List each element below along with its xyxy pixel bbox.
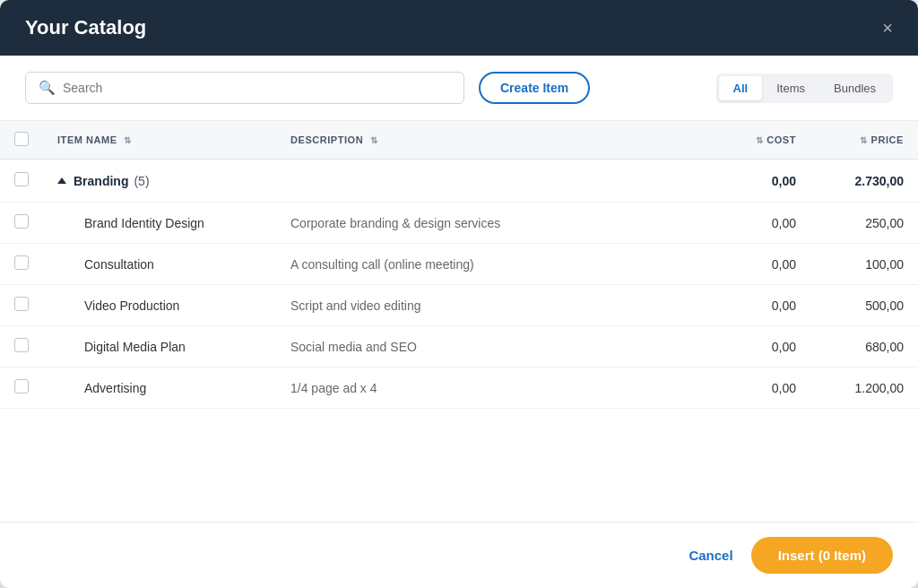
table-row: Advertising 1/4 page ad x 4 0,00 1.200,0…: [0, 368, 918, 409]
item-check-cell: [0, 285, 43, 326]
item-check-cell: [0, 368, 43, 409]
group-count: (5): [134, 174, 149, 188]
item-desc-cell: A consulting call (online meeting): [276, 244, 721, 285]
catalog-modal: Your Catalog × 🔍 Create Item All Items B…: [0, 0, 918, 588]
item-check-cell: [0, 326, 43, 368]
modal-header: Your Catalog ×: [0, 0, 918, 56]
cancel-button[interactable]: Cancel: [688, 548, 732, 563]
insert-button[interactable]: Insert (0 Item): [751, 537, 893, 574]
item-checkbox[interactable]: [14, 255, 29, 270]
item-name-cell: Brand Identity Design: [43, 203, 276, 244]
filter-tab-bundles[interactable]: Bundles: [819, 76, 890, 100]
item-name-cell: Advertising: [43, 368, 276, 409]
group-expand-icon[interactable]: [57, 177, 66, 184]
group-check-cell: [0, 160, 43, 203]
sort-name-icon: ⇅: [124, 135, 132, 145]
item-name-cell: Video Production: [43, 285, 276, 326]
item-desc-cell: Script and video editing: [276, 285, 721, 326]
item-desc-cell: 1/4 page ad x 4: [276, 368, 721, 409]
item-price-cell: 500,00: [810, 285, 918, 326]
search-box: 🔍: [25, 72, 464, 104]
item-cost-cell: 0,00: [721, 285, 810, 326]
item-desc-cell: Corporate branding & design services: [276, 203, 721, 244]
item-price-cell: 250,00: [810, 203, 918, 244]
table-row: Consultation A consulting call (online m…: [0, 244, 918, 285]
table-row: Digital Media Plan Social media and SEO …: [0, 326, 918, 368]
item-checkbox[interactable]: [14, 297, 29, 311]
col-header-cost[interactable]: ⇅ COST: [721, 121, 810, 160]
item-checkbox[interactable]: [14, 214, 29, 229]
filter-tab-items[interactable]: Items: [762, 76, 819, 100]
sort-price-icon: ⇅: [860, 135, 868, 145]
search-input[interactable]: [63, 81, 451, 95]
col-header-description[interactable]: DESCRIPTION ⇅: [276, 121, 721, 160]
sort-desc-icon: ⇅: [370, 135, 378, 145]
filter-tab-all[interactable]: All: [719, 76, 763, 100]
table-header: ITEM NAME ⇅ DESCRIPTION ⇅ ⇅ COST ⇅ PRICE: [0, 121, 918, 160]
filter-tabs: All Items Bundles: [716, 74, 893, 103]
select-all-checkbox[interactable]: [14, 132, 29, 146]
item-price-cell: 680,00: [810, 326, 918, 368]
item-cost-cell: 0,00: [721, 368, 810, 409]
col-header-name[interactable]: ITEM NAME ⇅: [43, 121, 276, 160]
table-container: ITEM NAME ⇅ DESCRIPTION ⇅ ⇅ COST ⇅ PRICE: [0, 121, 918, 522]
item-name-cell: Digital Media Plan: [43, 326, 276, 368]
col-header-check: [0, 121, 43, 160]
group-cost-cell: 0,00: [721, 160, 810, 203]
item-check-cell: [0, 244, 43, 285]
group-price-cell: 2.730,00: [810, 160, 918, 203]
close-button[interactable]: ×: [882, 19, 893, 37]
col-header-price[interactable]: ⇅ PRICE: [810, 121, 918, 160]
item-desc-cell: Social media and SEO: [276, 326, 721, 368]
table-body: Branding (5) 0,00 2.730,00 Brand Identit…: [0, 160, 918, 409]
group-name-cell: Branding (5): [43, 160, 276, 203]
modal-toolbar: 🔍 Create Item All Items Bundles: [0, 56, 918, 121]
group-checkbox[interactable]: [14, 172, 29, 186]
item-checkbox[interactable]: [14, 379, 29, 393]
group-desc-cell: [276, 160, 721, 203]
table-row: Video Production Script and video editin…: [0, 285, 918, 326]
create-item-button[interactable]: Create Item: [479, 72, 590, 104]
modal-footer: Cancel Insert (0 Item): [0, 522, 918, 588]
catalog-table: ITEM NAME ⇅ DESCRIPTION ⇅ ⇅ COST ⇅ PRICE: [0, 121, 918, 409]
item-name-cell: Consultation: [43, 244, 276, 285]
item-cost-cell: 0,00: [721, 244, 810, 285]
item-price-cell: 1.200,00: [810, 368, 918, 409]
group-row: Branding (5) 0,00 2.730,00: [0, 160, 918, 203]
item-price-cell: 100,00: [810, 244, 918, 285]
item-cost-cell: 0,00: [721, 326, 810, 368]
item-check-cell: [0, 203, 43, 244]
item-checkbox[interactable]: [14, 338, 29, 352]
modal-title: Your Catalog: [25, 16, 146, 39]
item-cost-cell: 0,00: [721, 203, 810, 244]
table-row: Brand Identity Design Corporate branding…: [0, 203, 918, 244]
search-icon: 🔍: [39, 80, 56, 96]
sort-cost-icon: ⇅: [756, 135, 764, 145]
group-name: Branding (5): [57, 174, 262, 188]
